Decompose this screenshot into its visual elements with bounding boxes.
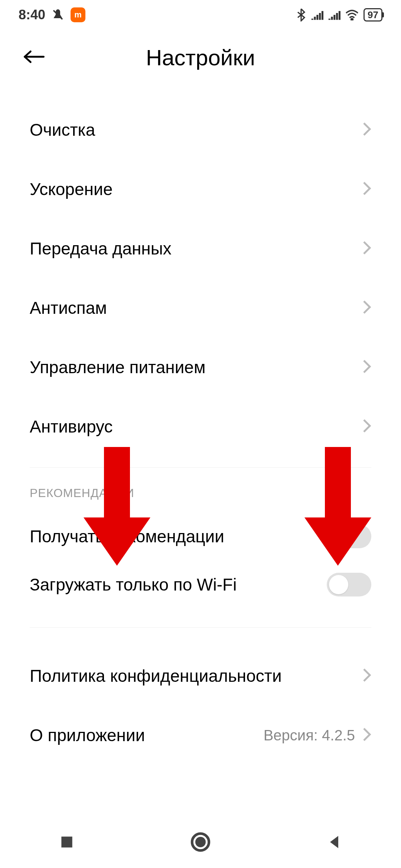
settings-item-label: Политика конфиденциальности <box>30 666 282 686</box>
status-right: 97 <box>296 8 382 22</box>
signal-2-icon <box>328 10 340 20</box>
bluetooth-icon <box>296 8 306 22</box>
nav-home-button[interactable] <box>189 831 212 853</box>
chevron-right-icon <box>362 181 371 197</box>
settings-item-label: Очистка <box>30 120 95 140</box>
toggle-wifi-only[interactable] <box>327 573 371 596</box>
annotation-arrow-left <box>84 447 150 566</box>
back-button[interactable] <box>22 48 46 67</box>
toggle-label: Загружать только по Wi-Fi <box>30 575 237 595</box>
settings-item-label: Антивирус <box>30 417 113 437</box>
chevron-right-icon <box>362 122 371 138</box>
status-time: 8:40 <box>19 7 45 23</box>
mi-app-icon: m <box>71 7 85 22</box>
chevron-right-icon <box>362 359 371 375</box>
status-left: 8:40 m <box>19 7 85 23</box>
settings-item-value: Версия: 4.2.5 <box>264 727 355 744</box>
chevron-right-icon <box>362 727 371 743</box>
settings-item-boost[interactable]: Ускорение <box>30 160 371 219</box>
svg-point-5 <box>195 837 206 847</box>
settings-content: Очистка Ускорение Передача данных Антисп… <box>0 85 401 765</box>
settings-item-label: Антиспам <box>30 298 107 318</box>
battery-level: 97 <box>368 9 378 21</box>
settings-item-antispam[interactable]: Антиспам <box>30 278 371 338</box>
mute-icon <box>51 8 65 22</box>
svg-point-1 <box>351 19 353 20</box>
settings-item-data-transfer[interactable]: Передача данных <box>30 219 371 278</box>
chevron-right-icon <box>362 668 371 684</box>
settings-item-cleanup[interactable]: Очистка <box>30 100 371 160</box>
toggle-item-wifi-only: Загружать только по Wi-Fi <box>30 560 371 609</box>
section-divider <box>30 627 371 628</box>
app-header: Настройки <box>0 30 401 85</box>
chevron-right-icon <box>362 240 371 257</box>
chevron-right-icon <box>362 300 371 316</box>
settings-item-about[interactable]: О приложении Версия: 4.2.5 <box>30 706 371 765</box>
annotation-arrow-right <box>304 447 371 566</box>
nav-recents-button[interactable] <box>56 831 78 853</box>
settings-item-privacy-policy[interactable]: Политика конфиденциальности <box>30 646 371 706</box>
page-title: Настройки <box>22 45 379 70</box>
settings-item-label: О приложении <box>30 725 145 745</box>
system-nav-bar <box>0 816 401 868</box>
settings-item-label: Ускорение <box>30 179 113 199</box>
status-bar: 8:40 m 97 <box>0 0 401 30</box>
signal-1-icon <box>311 10 323 20</box>
settings-item-power-management[interactable]: Управление питанием <box>30 338 371 397</box>
settings-item-label: Передача данных <box>30 239 172 259</box>
nav-back-button[interactable] <box>323 831 345 853</box>
chevron-right-icon <box>362 418 371 435</box>
toggle-knob <box>329 575 348 594</box>
wifi-icon <box>345 9 359 20</box>
svg-rect-3 <box>61 836 72 847</box>
settings-item-label: Управление питанием <box>30 357 206 377</box>
battery-icon: 97 <box>363 8 382 22</box>
